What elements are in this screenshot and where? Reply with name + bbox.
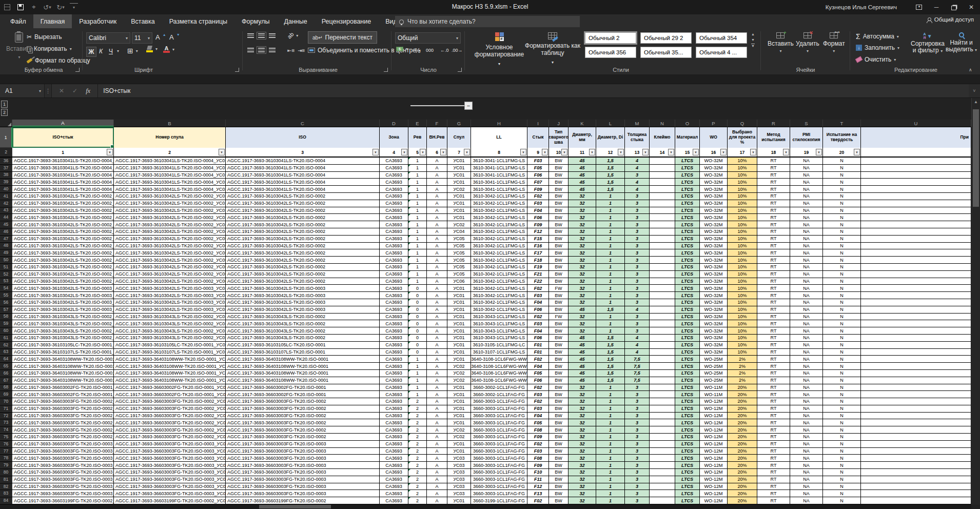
cell-P70[interactable]: WO-12M (700, 398, 728, 405)
cell-K77[interactable]: 32 (569, 448, 596, 455)
cell-M75[interactable]: 3 (625, 434, 650, 440)
cell-U45[interactable] (861, 221, 971, 228)
cell-N56[interactable] (650, 299, 675, 306)
cell-T62[interactable]: N (823, 342, 861, 348)
cell-E38[interactable]: 1 (408, 172, 427, 179)
cell-M77[interactable]: 3 (625, 448, 650, 455)
cell-G81[interactable]: УС03 (447, 476, 471, 483)
cell-P66[interactable]: WO-25M (700, 370, 728, 377)
cell-K42[interactable]: 32 (569, 200, 596, 207)
cell-I48[interactable]: F16 (527, 243, 549, 249)
find-select-button[interactable]: Найти ивыделить ▾ (946, 32, 977, 53)
cell-S52[interactable]: NA (790, 271, 823, 278)
cell-E75[interactable]: 2 (408, 434, 427, 440)
row-number-66[interactable]: 66 (0, 370, 12, 377)
cell-F44[interactable]: A (427, 214, 447, 221)
cell-N64[interactable] (650, 356, 675, 362)
row-number-44[interactable]: 44 (0, 214, 12, 221)
cell-Q61[interactable]: 10% (728, 335, 757, 341)
expand-formula-bar-button[interactable]: ˅ (969, 84, 980, 97)
cell-K50[interactable]: 32 (569, 257, 596, 263)
cell-E69[interactable]: 1 (408, 391, 427, 398)
cell-R77[interactable]: RT (757, 448, 790, 455)
cell-O59[interactable]: LTCS (675, 320, 700, 327)
cell-R72[interactable]: RT (757, 413, 790, 419)
cell-R52[interactable]: RT (757, 271, 790, 278)
cell-C51[interactable]: AGCC.1917-3693-36103042LS-TK20.ISO-0002 (226, 264, 380, 270)
outline-level-2-button[interactable]: 2 (1, 109, 8, 116)
font-dialog-launcher[interactable] (235, 68, 239, 72)
cell-U63[interactable] (861, 349, 971, 356)
header-cell-L[interactable]: Диаметр, Di (596, 127, 625, 148)
cell-G56[interactable]: УС01 (447, 299, 471, 306)
cell-G70[interactable]: УС01 (447, 398, 471, 405)
cell-H48[interactable]: 3610-3042-1CL1FMG-LS (471, 243, 527, 249)
cell-H67[interactable]: 3640-3108-1CL6FWG-WW (471, 377, 527, 384)
cell-O72[interactable]: LTCS (675, 413, 700, 419)
cell-C78[interactable]: AGCC.1917-3693-36603003FG-TK20.ISO-0003 (226, 455, 380, 461)
decrease-decimal-button[interactable]: .00→ (452, 48, 463, 53)
filter-dropdown-R[interactable]: ▼ (783, 149, 789, 155)
column-header-P[interactable]: P (700, 120, 728, 127)
cell-M63[interactable]: 4 (625, 349, 650, 356)
cell-S38[interactable]: NA (790, 172, 823, 179)
cell-G65[interactable]: УС02 (447, 363, 471, 369)
tell-me-search[interactable]: Что вы хотите сделать? (395, 16, 580, 27)
cell-U83[interactable] (861, 490, 971, 497)
cell-J46[interactable]: BW (549, 228, 569, 235)
cell-M41[interactable]: 3 (625, 193, 650, 200)
cell-F42[interactable]: A (427, 200, 447, 207)
cell-N67[interactable] (650, 377, 675, 384)
column-header-T[interactable]: T (823, 120, 861, 127)
cell-F52[interactable]: A (427, 271, 447, 278)
cell-M61[interactable]: 4 (625, 335, 650, 341)
cell-F50[interactable]: A (427, 257, 447, 263)
cell-R59[interactable]: RT (757, 320, 790, 327)
cell-L47[interactable]: 1 (596, 236, 625, 242)
row-number-62[interactable]: 62 (0, 342, 12, 348)
cell-H80[interactable]: 3660-3003-1CL1FAG-FG (471, 469, 527, 476)
cell-I62[interactable]: F01 (527, 342, 549, 348)
cell-A71[interactable]: AGCC.1917-3693-36603003FG-TK20.ISO-0002_… (12, 405, 114, 412)
cell-I63[interactable]: F01 (527, 349, 549, 356)
cell-B63[interactable]: AGCC.1917-3693-36103107LS-TK20.ISO-0001_… (114, 349, 226, 356)
format-as-table-button[interactable]: Форматировать как таблицу▾ (524, 32, 581, 66)
cell-Q83[interactable]: 20% (728, 490, 757, 497)
cell-D54[interactable]: СА3693 (380, 285, 408, 291)
cell-H54[interactable]: 3610-3042-1CL1FMG-LS (471, 285, 527, 291)
cell-G77[interactable]: УС01 (447, 448, 471, 455)
cell-E82[interactable]: 2 (408, 483, 427, 490)
cell-F76[interactable]: A (427, 441, 447, 447)
cell-R75[interactable]: RT (757, 434, 790, 440)
cell-C84[interactable]: AGCC.1917-3693-36603199FG-TK20.ISO-0002 (226, 497, 380, 504)
cell-L67[interactable]: 1,5 (596, 377, 625, 384)
cell-B65[interactable]: AGCC.1917-3693-36403108WW-TK20.ISO-0001_… (114, 363, 226, 369)
cell-H65[interactable]: 3640-3108-1CL6FWG-WW (471, 363, 527, 369)
cell-O46[interactable]: LTCS (675, 228, 700, 235)
cell-C60[interactable]: AGCC.1917-3693-36103043LS-TK20.ISO-0002 (226, 327, 380, 334)
cell-O67[interactable]: LTCS (675, 377, 700, 384)
cell-Q75[interactable]: 20% (728, 434, 757, 440)
cell-T61[interactable]: N (823, 335, 861, 341)
cell-H62[interactable]: 3610-3105-1CL1FMG-LC (471, 342, 527, 348)
cell-I44[interactable]: F06 (527, 214, 549, 221)
cell-C76[interactable]: AGCC.1917-3693-36603003FG-TK20.ISO-0003 (226, 441, 380, 447)
cell-K56[interactable]: 32 (569, 299, 596, 306)
cell-N69[interactable] (650, 391, 675, 398)
cell-L39[interactable]: 1,5 (596, 179, 625, 185)
cell-A68[interactable]: AGCC.1917-3693-36603002FG-TK20.ISO-0001_… (12, 384, 114, 391)
cell-F72[interactable]: A (427, 413, 447, 419)
cell-J40[interactable]: BW (549, 186, 569, 192)
cell-F64[interactable]: A (427, 356, 447, 362)
cell-K57[interactable]: 45 (569, 306, 596, 313)
cell-M73[interactable]: 3 (625, 419, 650, 426)
cell-O61[interactable]: LTCS (675, 335, 700, 341)
cell-C66[interactable]: AGCC.1917-3693-36403108WW-TK20.ISO-0001 (226, 370, 380, 377)
cell-G39[interactable]: УС01 (447, 179, 471, 185)
cell-P77[interactable]: WO-12M (700, 448, 728, 455)
cell-E83[interactable]: 2 (408, 490, 427, 497)
cell-M79[interactable]: 3 (625, 462, 650, 468)
cell-M37[interactable]: 4 (625, 165, 650, 171)
cell-M70[interactable]: 3 (625, 398, 650, 405)
cell-U62[interactable] (861, 342, 971, 348)
